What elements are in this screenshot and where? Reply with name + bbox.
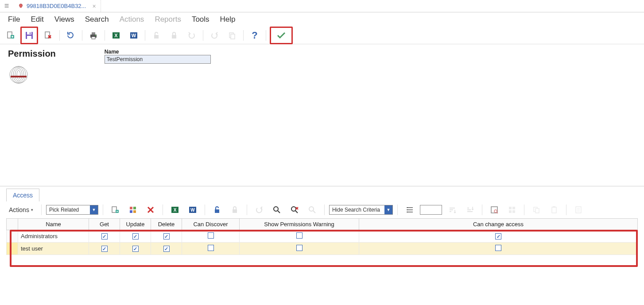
chevron-down-icon[interactable]: ▼ bbox=[384, 205, 392, 214]
svg-rect-46 bbox=[509, 207, 512, 209]
print-icon[interactable] bbox=[86, 28, 101, 43]
view-detail-icon[interactable] bbox=[487, 202, 502, 217]
word-icon[interactable]: W bbox=[185, 202, 200, 217]
table-row[interactable]: Administrators bbox=[7, 230, 638, 243]
form-header: Permission Name bbox=[0, 44, 644, 89]
col-warning[interactable]: Show Permissions Warning bbox=[240, 219, 359, 230]
svg-point-39 bbox=[291, 207, 296, 211]
unlock-icon[interactable] bbox=[209, 202, 225, 217]
separator bbox=[145, 30, 145, 41]
svg-rect-51 bbox=[535, 208, 539, 213]
cell-change bbox=[359, 230, 638, 243]
separator bbox=[266, 30, 266, 41]
svg-rect-53 bbox=[553, 206, 555, 208]
menu-edit[interactable]: Edit bbox=[25, 13, 49, 26]
checkbox-delete[interactable] bbox=[163, 246, 170, 252]
row-marker[interactable] bbox=[7, 230, 18, 243]
row-marker[interactable] bbox=[7, 243, 18, 255]
col-marker[interactable] bbox=[7, 219, 18, 230]
col-name[interactable]: Name bbox=[18, 219, 89, 230]
search-icon[interactable] bbox=[269, 202, 284, 217]
done-checkmark-icon[interactable] bbox=[274, 28, 289, 43]
col-discover[interactable]: Can Discover bbox=[182, 219, 240, 230]
lock-icon bbox=[227, 202, 242, 217]
tab-close-icon[interactable]: × bbox=[92, 3, 96, 10]
separator bbox=[59, 30, 60, 41]
svg-rect-9 bbox=[92, 32, 95, 35]
separator bbox=[163, 205, 163, 215]
name-input[interactable] bbox=[105, 55, 211, 64]
cell-warning bbox=[240, 243, 359, 255]
excel-export-icon[interactable]: X bbox=[109, 28, 124, 43]
categories-icon[interactable] bbox=[125, 202, 140, 217]
table-row[interactable]: test user bbox=[7, 243, 638, 255]
checkbox-discover[interactable] bbox=[208, 245, 214, 251]
cell-name[interactable]: Administrators bbox=[18, 230, 89, 243]
svg-text:X: X bbox=[174, 208, 177, 212]
permissions-table: Name Get Update Delete Can Discover Show… bbox=[6, 218, 638, 255]
col-change[interactable]: Can change access bbox=[359, 219, 638, 230]
hide-search-combo[interactable]: Hide Search Criteria ▼ bbox=[329, 205, 393, 215]
new-row-icon[interactable] bbox=[108, 202, 123, 217]
menu-file[interactable]: File bbox=[3, 13, 25, 26]
checkbox-discover[interactable] bbox=[208, 232, 214, 239]
checkbox-get[interactable] bbox=[101, 233, 108, 239]
checkbox-update[interactable] bbox=[132, 246, 139, 252]
svg-text:W: W bbox=[190, 208, 195, 212]
checkbox-warning[interactable] bbox=[296, 232, 303, 239]
svg-rect-10 bbox=[92, 37, 95, 39]
page-title: Permission bbox=[8, 49, 56, 59]
word-export-icon[interactable]: W bbox=[126, 28, 141, 43]
svg-rect-36 bbox=[215, 209, 219, 213]
tab-access[interactable]: Access bbox=[6, 189, 39, 201]
sort-asc-icon bbox=[445, 202, 460, 217]
new-document-icon[interactable] bbox=[3, 28, 18, 43]
hamburger-menu[interactable]: ≡ bbox=[0, 1, 13, 11]
checkbox-get[interactable] bbox=[101, 246, 108, 252]
cell-name[interactable]: test user bbox=[18, 243, 89, 255]
excel-icon[interactable]: X bbox=[167, 202, 182, 217]
help-icon[interactable]: ? bbox=[247, 28, 262, 43]
menu-search[interactable]: Search bbox=[80, 13, 114, 26]
delete-row-icon[interactable] bbox=[143, 202, 158, 217]
list-settings-icon[interactable] bbox=[402, 202, 417, 217]
pick-related-combo[interactable]: Pick Related ▼ bbox=[46, 205, 98, 215]
search-input[interactable] bbox=[420, 205, 442, 215]
separator bbox=[103, 205, 103, 215]
svg-rect-6 bbox=[30, 32, 31, 34]
separator bbox=[203, 30, 203, 41]
lock-closed-icon bbox=[167, 28, 182, 43]
menu-views[interactable]: Views bbox=[49, 13, 80, 26]
svg-rect-29 bbox=[133, 207, 136, 209]
sort-desc-icon bbox=[462, 202, 477, 217]
cell-delete bbox=[151, 243, 182, 255]
checkbox-update[interactable] bbox=[132, 233, 139, 239]
svg-rect-31 bbox=[133, 210, 136, 213]
cell-warning bbox=[240, 230, 359, 243]
svg-rect-4 bbox=[27, 32, 31, 35]
checkbox-warning[interactable] bbox=[296, 245, 303, 251]
checkbox-delete[interactable] bbox=[163, 233, 170, 239]
promote-icon bbox=[252, 202, 267, 217]
refresh-icon[interactable] bbox=[63, 28, 78, 43]
menu-tools[interactable]: Tools bbox=[186, 13, 215, 26]
document-tab[interactable]: 99818B3D0E0B4B32... × bbox=[13, 0, 101, 12]
menu-help[interactable]: Help bbox=[215, 13, 241, 26]
search-cancel-icon[interactable] bbox=[287, 202, 302, 217]
delete-document-icon[interactable] bbox=[41, 28, 56, 43]
separator bbox=[397, 205, 398, 215]
save-icon[interactable] bbox=[22, 28, 37, 43]
col-update[interactable]: Update bbox=[120, 219, 151, 230]
checkbox-change[interactable] bbox=[495, 233, 501, 239]
checkbox-change[interactable] bbox=[495, 245, 501, 251]
done-highlight bbox=[270, 27, 293, 44]
actions-dropdown[interactable]: Actions bbox=[5, 205, 37, 215]
svg-rect-52 bbox=[552, 207, 556, 213]
svg-rect-17 bbox=[172, 35, 176, 39]
separator bbox=[566, 205, 566, 215]
col-delete[interactable]: Delete bbox=[151, 219, 182, 230]
chevron-down-icon[interactable]: ▼ bbox=[90, 205, 98, 214]
bell-icon bbox=[18, 3, 24, 9]
col-get[interactable]: Get bbox=[89, 219, 120, 230]
tab-title: 99818B3D0E0B4B32... bbox=[27, 3, 86, 9]
